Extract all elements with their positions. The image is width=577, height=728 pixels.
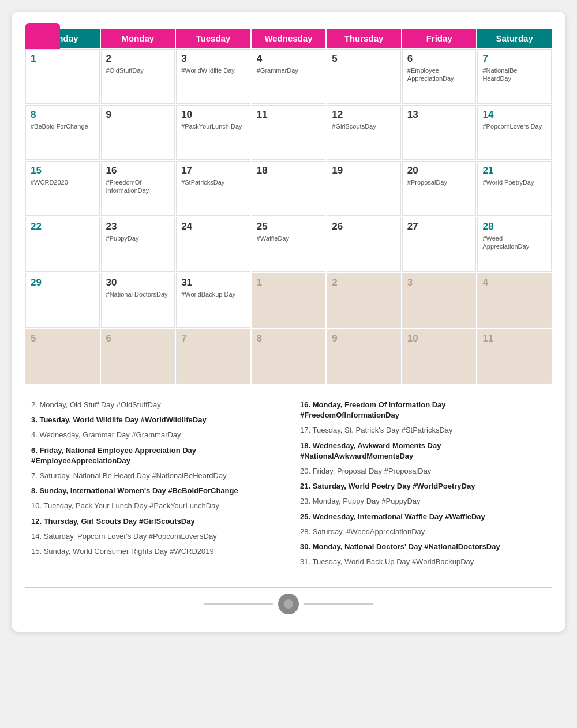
legend-item: 18. Wednesday, Awkward Moments Day #Nati… bbox=[300, 438, 546, 464]
cell-date-other: 11 bbox=[482, 333, 546, 344]
cal-cell: 26 bbox=[327, 217, 401, 272]
cal-cell: 22 bbox=[25, 217, 100, 272]
legend-item: 7. Saturday, National Be Heard Day #Nati… bbox=[31, 468, 277, 483]
cell-date-current: 23 bbox=[106, 221, 170, 232]
cal-cell: 21#World PoetryDay bbox=[477, 161, 552, 216]
cal-cell: 8#BeBold ForChange bbox=[25, 105, 100, 160]
cell-date-current: 27 bbox=[407, 221, 471, 232]
cell-date-current: 12 bbox=[332, 109, 396, 121]
cell-date-current: 19 bbox=[332, 165, 396, 177]
cell-date-current: 6 bbox=[407, 53, 471, 65]
cal-cell: 6#Employee AppreciationDay bbox=[402, 49, 477, 104]
cell-event: #WorldWildlife Day bbox=[181, 66, 245, 74]
cal-cell: 4 bbox=[477, 273, 552, 328]
cell-date-current: 30 bbox=[106, 277, 170, 288]
legend-item: 12. Thursday, Girl Scouts Day #GirlScout… bbox=[31, 514, 277, 529]
cal-cell: 3 bbox=[402, 273, 477, 328]
cell-event: #World PoetryDay bbox=[482, 178, 546, 186]
legend-item: 15. Sunday, World Consumer Rights Day #W… bbox=[31, 544, 277, 559]
cal-cell: 5 bbox=[327, 49, 401, 104]
cell-event: #OldStuffDay bbox=[106, 66, 170, 74]
day-header-saturday: Saturday bbox=[477, 29, 552, 48]
cal-cell: 11 bbox=[252, 105, 326, 160]
legend-item: 2. Monday, Old Stuff Day #OldStuffDay bbox=[31, 397, 277, 412]
day-header-monday: Monday bbox=[101, 29, 175, 48]
cell-event: #GirlScoutsDay bbox=[332, 122, 396, 130]
day-headers: SundayMondayTuesdayWednesdayThursdayFrid… bbox=[25, 29, 552, 48]
legend-item: 20. Friday, Proposal Day #ProposalDay bbox=[300, 464, 546, 479]
cell-date-current: 8 bbox=[31, 109, 95, 121]
cell-event: #PopcornLovers Day bbox=[482, 122, 546, 130]
cell-event: #BeBold ForChange bbox=[31, 122, 95, 130]
cell-date-current: 2 bbox=[106, 53, 170, 65]
cal-cell: 24 bbox=[176, 217, 250, 272]
cal-cell: 6 bbox=[101, 329, 175, 384]
legend-item: 6. Friday, National Employee Appreciatio… bbox=[31, 443, 277, 468]
cell-date-current: 22 bbox=[31, 221, 95, 232]
cal-cell: 11 bbox=[477, 329, 552, 384]
legend-item: 4. Wednesday, Grammar Day #GrammarDay bbox=[31, 427, 277, 442]
cell-date-other: 3 bbox=[407, 277, 471, 288]
cal-cell: 27 bbox=[402, 217, 477, 272]
cal-cell: 10 bbox=[402, 329, 477, 384]
cell-event: #NationalBe HeardDay bbox=[482, 66, 546, 83]
cal-cell: 12#GirlScoutsDay bbox=[327, 105, 401, 160]
legend-left: 2. Monday, Old Stuff Day #OldStuffDay3. … bbox=[31, 397, 277, 569]
cal-cell: 20#ProposalDay bbox=[402, 161, 477, 216]
legend-item: 8. Sunday, International Women's Day #Be… bbox=[31, 483, 277, 498]
cell-date-current: 10 bbox=[181, 109, 245, 121]
calendar-page: SundayMondayTuesdayWednesdayThursdayFrid… bbox=[12, 12, 565, 632]
cell-event: #Weed AppreciationDay bbox=[482, 234, 546, 251]
cal-cell: 13 bbox=[402, 105, 477, 160]
legend-item: 23. Monday, Puppy Day #PuppyDay bbox=[300, 494, 546, 509]
cell-date-other: 6 bbox=[106, 333, 170, 344]
cell-date-current: 26 bbox=[332, 221, 396, 232]
bottom-bar bbox=[25, 587, 552, 614]
cal-cell: 2 bbox=[327, 273, 401, 328]
cal-cell: 9 bbox=[327, 329, 401, 384]
calendar-grid: 12#OldStuffDay3#WorldWildlife Day4#Gramm… bbox=[25, 49, 552, 384]
cell-date-other: 5 bbox=[31, 333, 95, 344]
cal-cell: 16#FreedomOf InformationDay bbox=[101, 161, 175, 216]
cell-date-current: 4 bbox=[257, 53, 321, 65]
cell-date-other: 10 bbox=[407, 333, 471, 344]
legend-item: 31. Tuesday, World Back Up Day #WorldBac… bbox=[300, 554, 546, 569]
cell-event: #GrammarDay bbox=[257, 66, 321, 74]
legend-item: 16. Monday, Freedom Of Information Day #… bbox=[300, 397, 546, 423]
day-header-wednesday: Wednesday bbox=[252, 29, 326, 48]
cell-event: #FreedomOf InformationDay bbox=[106, 178, 170, 195]
cal-cell: 8 bbox=[252, 329, 326, 384]
cell-date-current: 13 bbox=[407, 109, 471, 121]
cal-cell: 19 bbox=[327, 161, 401, 216]
cell-date-other: 8 bbox=[257, 333, 321, 344]
legend-right: 16. Monday, Freedom Of Information Day #… bbox=[300, 397, 546, 569]
cell-event: #PackYourLunch Day bbox=[181, 122, 245, 130]
cal-cell: 1 bbox=[25, 49, 100, 104]
cell-date-current: 9 bbox=[106, 109, 170, 121]
cal-cell: 25#WaffleDay bbox=[252, 217, 326, 272]
cal-cell: 30#National DoctorsDay bbox=[101, 273, 175, 328]
cal-cell: 10#PackYourLunch Day bbox=[176, 105, 250, 160]
cell-date-current: 7 bbox=[482, 53, 546, 65]
cell-date-other: 2 bbox=[332, 277, 396, 288]
cal-cell: 23#PuppyDay bbox=[101, 217, 175, 272]
cell-date-current: 28 bbox=[482, 221, 546, 232]
cal-cell: 3#WorldWildlife Day bbox=[176, 49, 250, 104]
cell-date-current: 1 bbox=[31, 53, 95, 65]
legend-item: 21. Saturday, World Poetry Day #WorldPoe… bbox=[300, 479, 546, 494]
legend-item: 3. Tuesday, World Wildlife Day #WorldWil… bbox=[31, 412, 277, 427]
legend-item: 25. Wednesday, International Waffle Day … bbox=[300, 509, 546, 524]
day-header-friday: Friday bbox=[402, 29, 477, 48]
cell-date-current: 18 bbox=[257, 165, 321, 177]
cal-cell: 18 bbox=[252, 161, 326, 216]
cell-date-current: 15 bbox=[31, 165, 95, 177]
cal-cell: 5 bbox=[25, 329, 100, 384]
cal-cell: 29 bbox=[25, 273, 100, 328]
cell-date-current: 25 bbox=[257, 221, 321, 232]
cal-cell: 31#WorldBackup Day bbox=[176, 273, 250, 328]
cal-cell: 14#PopcornLovers Day bbox=[477, 105, 552, 160]
cal-cell: 28#Weed AppreciationDay bbox=[477, 217, 552, 272]
legend-item: 17. Tuesday, St. Patrick's Day #StPatric… bbox=[300, 423, 546, 438]
cell-date-current: 31 bbox=[181, 277, 245, 288]
legend-item: 28. Saturday, #WeedAppreciationDay bbox=[300, 524, 546, 539]
